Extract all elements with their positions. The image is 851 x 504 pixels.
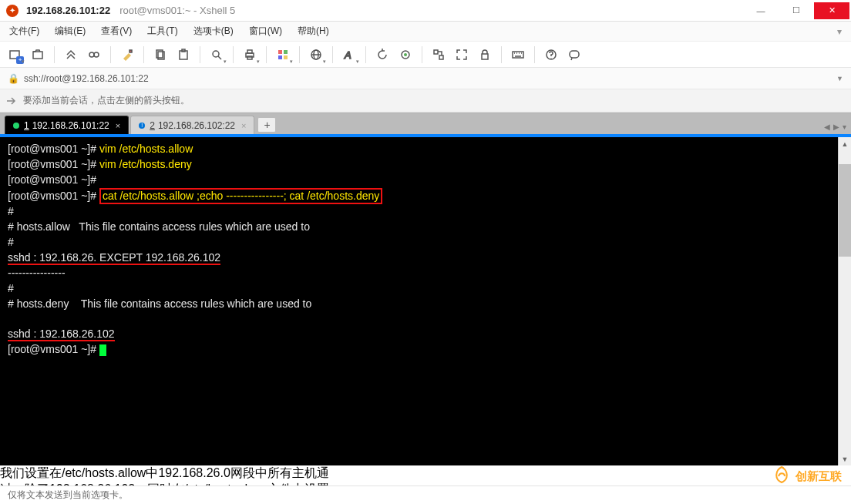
tab-1-label: 192.168.26.101:22 (32, 120, 109, 131)
tab-nav: ◀ ▶ ▾ (824, 123, 846, 131)
disconnect-button[interactable] (84, 45, 104, 65)
menu-window[interactable]: 窗口(W) (246, 23, 285, 39)
line-1-cmd: vim /etc/hosts.allow (99, 143, 193, 155)
menu-bar: 文件(F) 编辑(E) 查看(V) 工具(T) 选项卡(B) 窗口(W) 帮助(… (0, 22, 851, 42)
tab-prev-icon[interactable]: ◀ (824, 123, 830, 131)
svg-line-10 (218, 56, 221, 59)
svg-rect-12 (247, 50, 252, 53)
svg-rect-27 (513, 52, 523, 58)
watermark-text: 创新互联 (796, 469, 842, 484)
out-allow-comment: # hosts.allow This file contains access … (8, 220, 310, 233)
hint-text: 要添加当前会话，点击左侧的箭头按钮。 (23, 94, 190, 107)
menu-tools[interactable]: 工具(T) (144, 23, 180, 39)
address-bar[interactable]: 🔒 ssh://root@192.168.26.101:22 ▼ (0, 68, 851, 89)
tab-next-icon[interactable]: ▶ (833, 123, 839, 131)
line-2-cmd: vim /etc/hosts.deny (99, 158, 192, 170)
scroll-up-icon[interactable]: ▲ (839, 137, 851, 150)
fullscreen-button[interactable] (452, 45, 472, 65)
status-dot-connected-icon (13, 123, 19, 129)
tab-1-close-icon[interactable]: × (116, 121, 120, 130)
terminal-wrap: [root@vms001 ~]# vim /etc/hosts.allow [r… (0, 134, 851, 465)
out-hash-1: # (8, 205, 14, 217)
address-text: ssh://root@192.168.26.101:22 (24, 73, 149, 84)
svg-rect-24 (434, 50, 438, 54)
copy-button[interactable] (150, 45, 170, 65)
svg-point-3 (94, 52, 99, 57)
status-dot-info-icon: ! (139, 123, 145, 129)
svg-rect-26 (482, 54, 488, 59)
svg-text:A: A (344, 49, 352, 61)
out-deny-comment: # hosts.deny This file contains access r… (8, 297, 311, 310)
svg-rect-4 (130, 50, 132, 52)
transfer-button[interactable] (429, 45, 449, 65)
toolbar: +▾ ▾ ▾ ▾ ▾ A▾ (0, 42, 851, 68)
reconnect-button[interactable] (61, 45, 81, 65)
svg-point-2 (89, 52, 94, 57)
language-button[interactable]: ▾ (306, 45, 326, 65)
open-button[interactable] (28, 45, 48, 65)
paste-button[interactable] (173, 45, 193, 65)
window-title-main: 192.168.26.101:22 (26, 5, 110, 16)
compose-button[interactable] (564, 45, 584, 65)
maximize-button[interactable]: ☐ (779, 2, 814, 19)
scroll-thumb[interactable] (839, 164, 851, 257)
out-dashes: ---------------- (8, 267, 66, 279)
color-scheme-button[interactable]: ▾ (273, 45, 293, 65)
add-tab-button[interactable]: + (257, 117, 276, 133)
line-3-prompt: [root@vms001 ~]# (8, 173, 96, 186)
svg-rect-1 (33, 52, 42, 59)
menu-edit[interactable]: 编辑(E) (52, 23, 89, 39)
minimize-button[interactable]: — (743, 2, 779, 19)
svg-rect-17 (284, 55, 288, 59)
menu-help[interactable]: 帮助(H) (294, 23, 332, 39)
out-allow-rule: sshd : 192.168.26. EXCEPT 192.168.26.102 (8, 251, 220, 265)
out-hash-3: # (8, 282, 14, 294)
font-button[interactable]: A▾ (339, 45, 359, 65)
out-deny-rule: sshd : 192.168.26.102 (8, 328, 115, 341)
menu-tabs[interactable]: 选项卡(B) (190, 23, 237, 39)
line-1-prompt: [root@vms001 ~]# (8, 143, 99, 155)
close-button[interactable]: ✕ (814, 2, 849, 19)
cursor (99, 344, 106, 356)
line-4-cmd: cat /etc/hosts.allow ;echo -------------… (99, 188, 382, 204)
scroll-down-icon[interactable]: ▼ (839, 452, 851, 465)
final-prompt: [root@vms001 ~]# (8, 343, 99, 355)
menu-view[interactable]: 查看(V) (98, 23, 135, 39)
help-button[interactable] (541, 45, 561, 65)
find-button[interactable]: ▾ (207, 45, 227, 65)
terminal[interactable]: [root@vms001 ~]# vim /etc/hosts.allow [r… (0, 137, 851, 465)
tab-session-2[interactable]: ! 2 192.168.26.102:22 × (130, 116, 254, 134)
hint-bar: 要添加当前会话，点击左侧的箭头按钮。 (0, 89, 851, 113)
status-text: 仅将文本发送到当前选项卡。 (8, 489, 128, 502)
out-hash-2: # (8, 236, 14, 248)
menu-overflow-icon[interactable]: ▾ (834, 25, 845, 39)
svg-rect-14 (278, 50, 282, 54)
line-4-prompt: [root@vms001 ~]# (8, 190, 99, 202)
scrollbar-vertical[interactable]: ▲ ▼ (838, 137, 851, 465)
window-title-sub: root@vms001:~ - Xshell 5 (119, 5, 235, 16)
tab-session-1[interactable]: 1 192.168.26.101:22 × (5, 116, 129, 134)
new-session-button[interactable]: +▾ (5, 45, 25, 65)
refresh-button[interactable] (372, 45, 392, 65)
annotation-line-1: 我们设置在/etc/hosts.allow中192.168.26.0网段中所有主… (0, 465, 851, 482)
tab-list-icon[interactable]: ▾ (843, 123, 846, 131)
tab-1-number: 1 (24, 120, 29, 131)
title-bar: ✦ 192.168.26.101:22 root@vms001:~ - Xshe… (0, 0, 851, 22)
properties-button[interactable] (117, 45, 137, 65)
svg-rect-13 (247, 56, 252, 59)
lock-icon: 🔒 (8, 73, 19, 84)
menu-file[interactable]: 文件(F) (6, 23, 42, 39)
lock-button[interactable] (475, 45, 495, 65)
keyboard-button[interactable] (508, 45, 528, 65)
print-button[interactable]: ▾ (240, 45, 260, 65)
status-bar: 仅将文本发送到当前选项卡。 (0, 486, 851, 504)
svg-line-36 (571, 58, 572, 60)
svg-rect-15 (284, 50, 288, 54)
tab-2-close-icon[interactable]: × (241, 121, 246, 130)
address-dropdown-icon[interactable]: ▼ (836, 75, 843, 82)
svg-point-23 (404, 53, 407, 56)
tab-2-label: 192.168.26.102:22 (158, 120, 235, 131)
watermark: 创新互联 (771, 465, 842, 487)
add-session-arrow-icon[interactable] (6, 96, 17, 106)
script-button[interactable] (395, 45, 415, 65)
